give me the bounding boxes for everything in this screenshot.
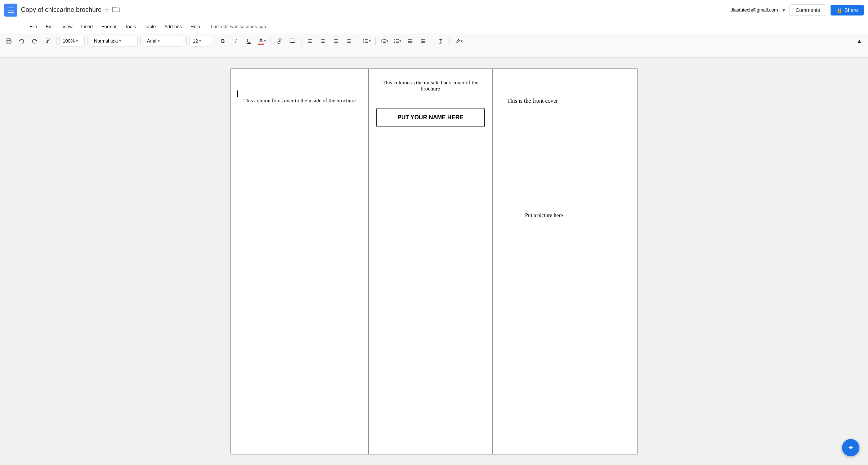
svg-text:3.: 3. xyxy=(381,41,382,44)
svg-rect-6 xyxy=(290,39,295,43)
user-email: dlastutech@gmail.com xyxy=(730,7,778,13)
picture-placeholder-text: Put a picture here xyxy=(525,212,563,218)
separator-1 xyxy=(56,37,57,45)
font-chevron-icon: ▾ xyxy=(158,39,160,43)
svg-point-4 xyxy=(10,41,10,42)
size-chevron-icon: ▾ xyxy=(199,39,201,43)
separator-3 xyxy=(140,37,141,45)
print-button[interactable] xyxy=(3,35,14,47)
star-icon[interactable]: ☆ xyxy=(104,6,109,13)
color-bar xyxy=(258,44,264,45)
zoom-select[interactable]: 100% ▾ xyxy=(59,36,85,46)
separator-11 xyxy=(449,37,450,45)
text-color-button[interactable]: A ▾ xyxy=(256,35,268,47)
underline-button[interactable]: U xyxy=(243,35,255,47)
share-lock-icon: 🔒 xyxy=(836,7,842,13)
italic-button[interactable]: I xyxy=(230,35,242,47)
menu-format[interactable]: Format xyxy=(98,22,120,31)
separator-9 xyxy=(375,37,376,45)
brochure-col-middle[interactable]: This column is the outside back cover of… xyxy=(368,68,492,454)
separator-5 xyxy=(214,37,214,45)
front-cover-text: This is the front cover xyxy=(507,98,558,104)
separator-4 xyxy=(186,37,187,45)
comment-button[interactable] xyxy=(287,35,298,47)
formula-button[interactable]: ∑ xyxy=(435,35,447,47)
font-size-select[interactable]: 12 ▾ xyxy=(189,36,211,46)
svg-point-32 xyxy=(394,42,395,43)
unordered-list-button[interactable]: ▾ xyxy=(392,35,403,47)
ol-chevron-icon: ▾ xyxy=(386,39,388,43)
middle-divider xyxy=(376,103,484,103)
zoom-chevron-icon: ▾ xyxy=(76,39,78,43)
last-edit-status: Last edit was seconds ago xyxy=(211,24,266,29)
decrease-indent-button[interactable] xyxy=(404,35,416,47)
separator-10 xyxy=(432,37,432,45)
app-menu-button[interactable] xyxy=(4,4,17,17)
menu-tools[interactable]: Tools xyxy=(121,22,139,31)
paint-format-button[interactable] xyxy=(42,35,53,47)
separator-6 xyxy=(270,37,271,45)
doc-area: This column folds over to the inside of … xyxy=(0,58,868,465)
line-spacing-button[interactable]: ▾ xyxy=(361,35,372,47)
doc-title-area: Copy of chiccarine brochure ☆ xyxy=(21,6,730,14)
brochure-col-left[interactable]: This column folds over to the inside of … xyxy=(231,68,368,454)
align-justify-button[interactable] xyxy=(343,35,355,47)
svg-point-28 xyxy=(394,39,395,40)
line-spacing-chevron-icon: ▾ xyxy=(369,39,371,43)
align-left-button[interactable] xyxy=(304,35,316,47)
menu-file[interactable]: File xyxy=(26,22,41,31)
top-right-actions: dlastutech@gmail.com ▾ Comments 🔒 Share xyxy=(730,4,864,16)
bold-button[interactable]: B xyxy=(217,35,229,47)
separator-8 xyxy=(358,37,358,45)
col-left-text: This column folds over to the inside of … xyxy=(243,98,356,104)
menu-insert[interactable]: Insert xyxy=(77,22,97,31)
middle-top-text: This column is the outside back cover of… xyxy=(369,69,492,103)
separator-2 xyxy=(88,37,88,45)
comments-button[interactable]: Comments xyxy=(789,4,826,16)
top-bar: Copy of chiccarine brochure ☆ dlastutech… xyxy=(0,0,868,20)
collapse-toolbar-button[interactable]: ▲ xyxy=(854,35,865,47)
separator-7 xyxy=(301,37,301,45)
svg-point-30 xyxy=(394,40,395,41)
svg-rect-3 xyxy=(7,42,10,43)
link-button[interactable] xyxy=(274,35,285,47)
drawing-button[interactable]: ▾ xyxy=(453,35,464,47)
menu-addons[interactable]: Add-ons xyxy=(161,22,185,31)
brochure-columns: This column folds over to the inside of … xyxy=(231,68,637,454)
account-chevron-icon[interactable]: ▾ xyxy=(782,6,785,13)
align-right-button[interactable] xyxy=(330,35,342,47)
ruler-inner xyxy=(22,49,846,57)
redo-button[interactable] xyxy=(29,35,40,47)
increase-indent-button[interactable] xyxy=(417,35,429,47)
ul-chevron-icon: ▾ xyxy=(399,39,401,43)
undo-button[interactable] xyxy=(16,35,27,47)
fab-button[interactable]: ✦ xyxy=(842,439,859,456)
doc-page: This column folds over to the inside of … xyxy=(231,68,637,454)
menu-table[interactable]: Table xyxy=(141,22,159,31)
brochure-col-right[interactable]: This is the front cover Put a picture he… xyxy=(492,68,637,454)
name-box[interactable]: PUT YOUR NAME HERE xyxy=(376,108,484,127)
svg-rect-1 xyxy=(7,39,10,41)
menu-bar: File Edit View Insert Format Tools Table… xyxy=(0,20,868,33)
svg-rect-5 xyxy=(46,41,48,43)
share-button[interactable]: 🔒 Share xyxy=(831,5,864,15)
svg-rect-0 xyxy=(112,8,119,12)
style-chevron-icon: ▾ xyxy=(119,39,121,43)
drawing-chevron-icon: ▾ xyxy=(461,39,462,43)
ruler xyxy=(0,49,868,58)
color-chevron-icon: ▾ xyxy=(264,39,266,43)
toolbar: 100% ▾ Normal text ▾ Arial ▾ 12 ▾ B I U … xyxy=(0,33,868,49)
ordered-list-button[interactable]: 1.2.3. ▾ xyxy=(379,35,390,47)
menu-edit[interactable]: Edit xyxy=(42,22,57,31)
menu-help[interactable]: Help xyxy=(187,22,204,31)
font-select[interactable]: Arial ▾ xyxy=(144,36,183,46)
doc-title: Copy of chiccarine brochure xyxy=(21,6,102,14)
style-select[interactable]: Normal text ▾ xyxy=(91,36,138,46)
align-center-button[interactable] xyxy=(317,35,329,47)
folder-icon[interactable] xyxy=(112,6,120,14)
fab-icon: ✦ xyxy=(848,443,854,452)
menu-view[interactable]: View xyxy=(59,22,76,31)
